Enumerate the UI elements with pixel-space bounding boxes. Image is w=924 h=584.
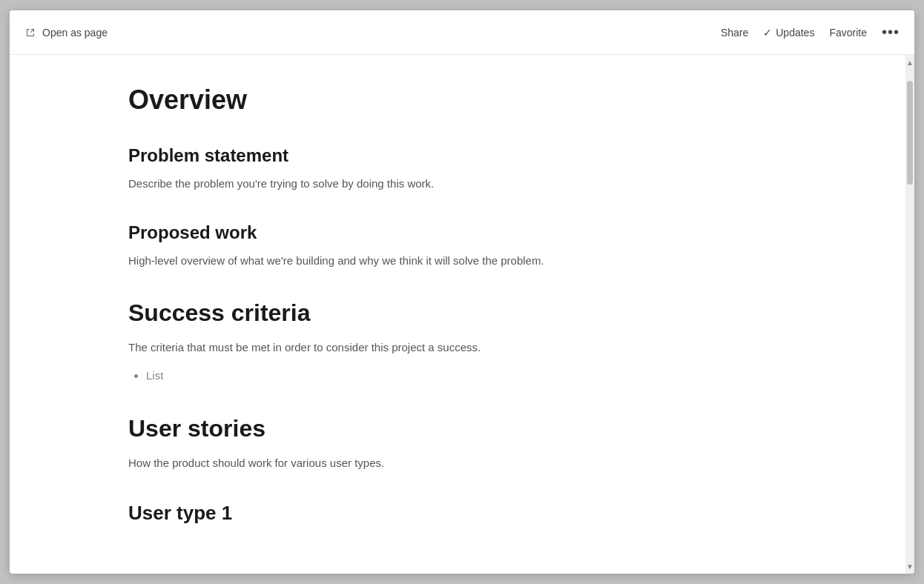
heading-user-stories: User stories	[128, 415, 846, 442]
document-title: Overview	[128, 84, 846, 116]
heading-success-criteria: Success criteria	[128, 299, 846, 327]
heading-proposed-work: Proposed work	[128, 222, 846, 243]
heading-user-type-1: User type 1	[128, 502, 846, 525]
section-problem-statement: Problem statement Describe the problem y…	[128, 145, 846, 193]
scrollbar-thumb[interactable]	[907, 81, 913, 185]
check-icon: ✓	[763, 27, 772, 39]
topbar: Open as page Share ✓ Updates Favorite ••…	[10, 10, 914, 55]
list-item-success-criteria: List	[146, 365, 846, 385]
list-success-criteria: List	[146, 365, 846, 385]
paragraph-proposed-work: High-level overview of what we're buildi…	[128, 252, 846, 270]
scrollbar[interactable]: ▲ ▼	[905, 55, 914, 574]
more-options-button[interactable]: •••	[882, 24, 900, 41]
main-content: Overview Problem statement Describe the …	[10, 55, 905, 574]
paragraph-problem-statement: Describe the problem you're trying to so…	[128, 175, 846, 193]
open-as-page-button[interactable]: Open as page	[42, 27, 108, 39]
favorite-button[interactable]: Favorite	[829, 27, 867, 39]
scrollbar-down-arrow[interactable]: ▼	[905, 559, 914, 574]
heading-problem-statement: Problem statement	[128, 145, 846, 166]
main-panel: Open as page Share ✓ Updates Favorite ••…	[10, 10, 914, 574]
paragraph-user-stories: How the product should work for various …	[128, 454, 846, 472]
open-as-page-icon	[24, 27, 36, 39]
topbar-right: Share ✓ Updates Favorite •••	[721, 24, 900, 41]
share-button[interactable]: Share	[721, 27, 748, 39]
content-area: Overview Problem statement Describe the …	[10, 55, 914, 574]
section-success-criteria: Success criteria The criteria that must …	[128, 299, 846, 385]
scrollbar-up-arrow[interactable]: ▲	[905, 55, 914, 70]
section-proposed-work: Proposed work High-level overview of wha…	[128, 222, 846, 270]
topbar-left: Open as page	[24, 27, 108, 39]
updates-button[interactable]: ✓ Updates	[763, 27, 814, 39]
section-user-stories: User stories How the product should work…	[128, 415, 846, 472]
section-user-type-1: User type 1	[128, 502, 846, 525]
paragraph-success-criteria: The criteria that must be met in order t…	[128, 339, 846, 356]
